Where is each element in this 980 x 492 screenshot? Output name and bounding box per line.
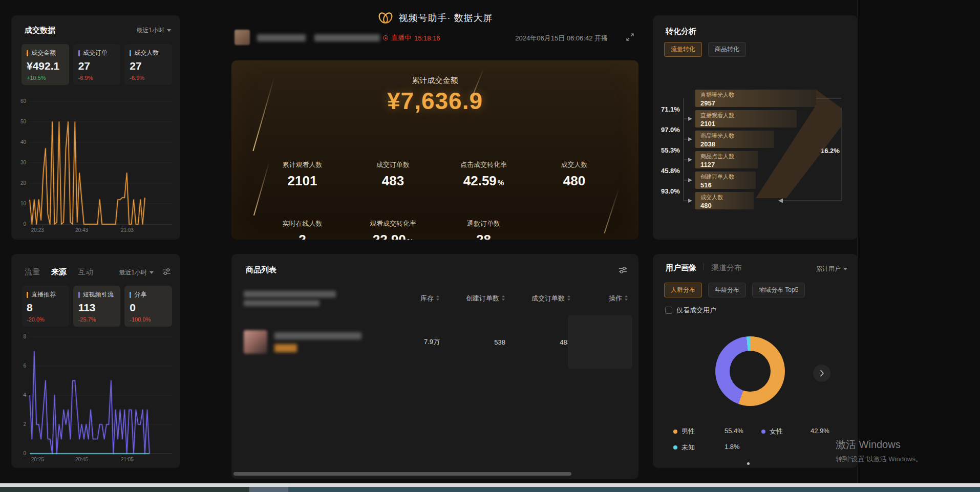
user-range-dropdown[interactable]: 累计用户	[816, 265, 847, 273]
funnel-step-rate: 71.1%	[661, 105, 680, 113]
metric-card-label: 成交金额	[31, 49, 56, 57]
deal-metric-card[interactable]: 成交订单27-6.9%	[73, 44, 121, 85]
product-price-redacted	[274, 344, 297, 352]
traffic-metric-card[interactable]: 短视频引流113-25.7%	[73, 286, 121, 327]
page-horizontal-scrollbar[interactable]	[0, 483, 980, 487]
metric-card-head: 分享	[130, 290, 167, 299]
svg-text:2: 2	[23, 421, 26, 427]
conversion-funnel: 16.2% 直播曝光人数2957直播观看人数2101商品曝光人数2038商品点击…	[661, 90, 853, 220]
summary-panel: 累计成交金额 ¥7,636.9 累计观看人数2101成交订单数483点击成交转化…	[231, 60, 638, 240]
sort-icon[interactable]	[436, 295, 440, 303]
checkbox-label: 仅看成交用户	[676, 306, 716, 315]
traffic-tab-流量[interactable]: 流量	[25, 267, 40, 277]
taskbar-segment	[249, 487, 288, 492]
summary-metric: 成交订单数483	[348, 160, 438, 189]
user-tab-渠道分布[interactable]: 渠道分布	[711, 263, 742, 273]
traffic-metric-card[interactable]: 分享0-100.0%	[124, 286, 172, 327]
conversion-tab-商品转化[interactable]: 商品转化	[708, 42, 746, 57]
summary-metric: 观看成交转化率22.90%	[348, 219, 438, 240]
summary-title: 累计成交金额	[231, 76, 638, 85]
product-filter-icon[interactable]	[619, 266, 627, 276]
funnel-step-rate: 45.8%	[661, 167, 680, 175]
user-tab-用户画像[interactable]: 用户画像	[666, 263, 696, 273]
sort-icon[interactable]	[624, 295, 628, 303]
carousel-page-dot[interactable]	[747, 462, 750, 465]
funnel-step-label: 成交人数	[700, 194, 749, 201]
traffic-panel: 流量来源互动 最近1小时 直播推荐8-20.0%短视频引流113-25.7%分享…	[11, 254, 180, 468]
traffic-tab-互动[interactable]: 互动	[78, 267, 93, 277]
taskbar-segment	[0, 487, 249, 492]
deal-range-value: 最近1小时	[136, 26, 164, 35]
summary-metric-value: 22.90%	[348, 232, 438, 240]
metric-card-head: 成交订单	[78, 49, 116, 57]
svg-text:4: 4	[23, 392, 26, 398]
carousel-next-button[interactable]	[813, 365, 830, 382]
funnel-step-rate: 55.3%	[661, 146, 680, 154]
funnel-step-value: 480	[700, 202, 749, 209]
deal-cards: 成交金额¥492.1+10.5%成交订单27-6.9%成交人数27-6.9%	[22, 44, 172, 85]
svg-text:0: 0	[23, 221, 26, 227]
funnel-step-value: 516	[700, 181, 751, 189]
metric-card-delta: -100.0%	[130, 316, 167, 323]
traffic-tabs: 流量来源互动	[25, 267, 93, 277]
svg-text:20:45: 20:45	[75, 457, 88, 462]
user-subtab-地域分布 Top5[interactable]: 地域分布 Top5	[752, 283, 805, 297]
deal-metric-card[interactable]: 成交人数27-6.9%	[124, 44, 172, 85]
metric-card-head: 短视频引流	[78, 290, 116, 299]
funnel-step-商品点击人数: 商品点击人数1127	[695, 151, 758, 168]
sort-icon[interactable]	[501, 295, 505, 303]
redacted-text	[244, 300, 319, 306]
summary-metric-suffix: %	[498, 179, 504, 187]
summary-metric-value: 28	[438, 232, 529, 240]
series-color-bar	[130, 50, 131, 56]
deal-metric-card[interactable]: 成交金额¥492.1+10.5%	[22, 44, 69, 85]
product-cell	[244, 330, 386, 354]
funnel-step-直播曝光人数: 直播曝光人数2957	[695, 90, 816, 107]
product-table: 库存创建订单数成交订单数操作 7.9万538483详情	[244, 287, 628, 367]
legend-item-男性: 男性	[673, 427, 725, 436]
metric-card-value: ¥492.1	[27, 60, 64, 72]
conversion-tab-流量转化[interactable]: 流量转化	[664, 42, 702, 57]
column-header-库存[interactable]: 库存	[386, 294, 440, 303]
metric-card-head: 成交金额	[27, 49, 64, 57]
traffic-tab-来源[interactable]: 来源	[51, 267, 67, 277]
svg-text:8: 8	[23, 334, 26, 339]
metric-card-value: 113	[78, 302, 116, 314]
svg-text:10: 10	[20, 201, 27, 206]
series-color-bar	[130, 292, 131, 298]
traffic-metric-card[interactable]: 直播推荐8-20.0%	[22, 286, 69, 327]
live-dot-icon	[383, 35, 388, 40]
legend-label: 女性	[770, 427, 783, 436]
user-subtab-年龄分布[interactable]: 年龄分布	[708, 283, 746, 297]
column-header-操作[interactable]: 操作	[571, 294, 628, 303]
product-list-scrollbar[interactable]	[233, 472, 571, 476]
funnel-step-label: 商品点击人数	[700, 153, 753, 160]
caret-down-icon	[167, 29, 171, 32]
cell-stock: 7.9万	[386, 337, 440, 347]
legend-value: 42.9%	[811, 427, 846, 436]
column-header-成交订单数[interactable]: 成交订单数	[505, 294, 571, 303]
deal-range-dropdown[interactable]: 最近1小时	[136, 26, 171, 35]
donut-legend: 男性55.4%女性42.9%未知1.8%	[673, 427, 846, 452]
sort-icon[interactable]	[567, 295, 571, 303]
traffic-range-dropdown[interactable]: 最近1小时	[119, 268, 154, 277]
column-header-label: 成交订单数	[531, 294, 565, 303]
summary-metric-value: 480	[529, 173, 620, 189]
svg-text:6: 6	[23, 363, 26, 369]
series-color-bar	[27, 50, 28, 56]
fullscreen-expand-icon[interactable]	[626, 33, 634, 44]
column-header-创建订单数[interactable]: 创建订单数	[440, 294, 505, 303]
stream-title-redacted	[314, 34, 380, 41]
traffic-filter-icon[interactable]	[162, 268, 171, 277]
funnel-step-rate: 97.0%	[661, 126, 680, 134]
traffic-trend-chart: 0246820:2520:4521:05	[15, 332, 176, 464]
taskbar-segment	[288, 487, 980, 492]
caret-down-icon	[843, 268, 847, 270]
metric-card-head: 直播推荐	[27, 290, 64, 299]
conversion-panel: 转化分析 流量转化商品转化 16.2% 直播曝光人数2957直播观看人数2101…	[653, 15, 858, 240]
summary-metric: 退款订单数28	[438, 219, 529, 240]
summary-metric-label: 累计观看人数	[257, 160, 348, 169]
user-subtab-人群分布[interactable]: 人群分布	[664, 283, 702, 297]
checkbox[interactable]	[665, 307, 672, 314]
legend-dot-icon	[761, 430, 765, 434]
